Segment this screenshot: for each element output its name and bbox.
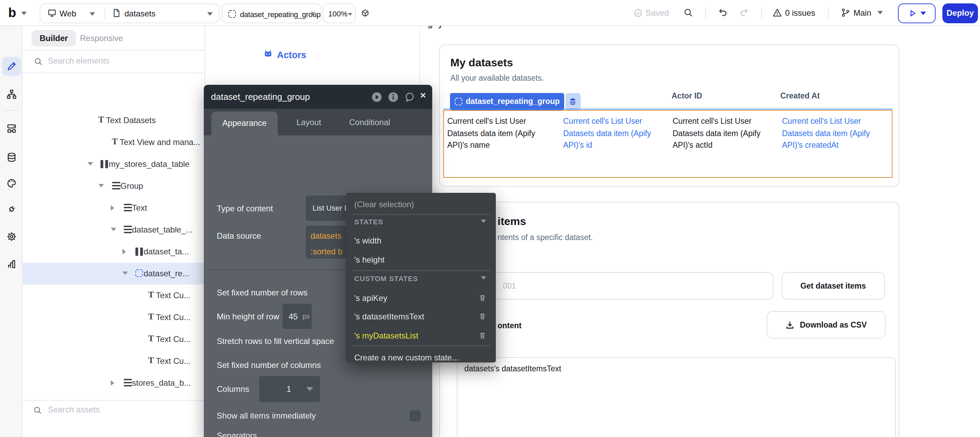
preview-chevron-down-icon xyxy=(920,11,926,15)
branch-name[interactable]: Main xyxy=(853,8,871,18)
tab-close-icon[interactable]: × xyxy=(310,8,316,18)
tree-item[interactable]: T Text Cu... xyxy=(22,284,204,306)
table-cell-actid[interactable]: Current cell's List User Datasets data i… xyxy=(673,116,763,151)
tree-item[interactable]: T Text Cu... xyxy=(22,350,204,372)
components-icon[interactable] xyxy=(6,123,17,134)
table-cell-name[interactable]: Current cell's List User Datasets data i… xyxy=(447,116,551,151)
plugins-plug-icon[interactable] xyxy=(6,204,17,215)
repeating-group-icon xyxy=(455,98,462,105)
top-toolbar: b Web datasets d xyxy=(0,0,980,26)
trash-icon[interactable] xyxy=(478,331,487,340)
element-search-bar xyxy=(22,51,204,73)
nav-actors-label: Actors xyxy=(277,50,306,60)
saved-status: Saved xyxy=(646,8,669,18)
undo-icon[interactable] xyxy=(718,8,728,18)
columns-label: Columns xyxy=(217,385,249,394)
component-cube-icon[interactable] xyxy=(360,8,370,18)
menu-item-create-custom-state[interactable]: Create a new custom state... xyxy=(346,348,495,366)
inspector-title: dataset_repeating_group xyxy=(211,91,310,102)
repeating-group-icon xyxy=(228,10,236,17)
menu-item-width[interactable]: 's width xyxy=(346,232,495,249)
tab-responsive[interactable]: Responsive xyxy=(80,33,123,43)
database-icon[interactable] xyxy=(6,152,17,163)
bubble-logo[interactable]: b xyxy=(8,5,16,21)
preview-button[interactable] xyxy=(898,3,935,23)
caret-down-icon[interactable] xyxy=(98,184,103,187)
issues-count[interactable]: 0 issues xyxy=(785,8,815,18)
tree-item[interactable]: T Text Datasets xyxy=(22,109,204,131)
redo-icon[interactable] xyxy=(739,8,749,18)
tree-item-label: Text Datasets xyxy=(106,115,156,125)
settings-gear-icon[interactable] xyxy=(6,231,17,242)
search-icon[interactable] xyxy=(683,8,694,18)
mode-select[interactable]: Web xyxy=(40,3,105,23)
data-source-badge[interactable] xyxy=(565,93,581,110)
inspector-title-bar[interactable]: dataset_repeating_group × xyxy=(204,84,432,109)
menu-item-clear-selection[interactable]: (Clear selection) xyxy=(346,195,495,213)
branch-chevron-down-icon[interactable] xyxy=(877,11,883,14)
menu-item-apikey[interactable]: 's apiKey xyxy=(346,289,495,307)
tree-item[interactable]: Group xyxy=(22,175,204,197)
deploy-button[interactable]: Deploy xyxy=(942,3,978,23)
asset-search-bar xyxy=(22,400,204,437)
states-collapse-icon[interactable] xyxy=(480,219,486,222)
mode-select-label: Web xyxy=(59,8,76,18)
dataset-id-input[interactable] xyxy=(459,272,773,300)
caret-right-icon[interactable] xyxy=(123,249,126,254)
search-icon xyxy=(32,405,42,415)
logo-chevron-down-icon[interactable] xyxy=(21,12,27,15)
tree-item-label: Text Cu... xyxy=(156,312,191,322)
caret-right-icon[interactable] xyxy=(111,380,114,385)
workflow-sitemap-icon[interactable] xyxy=(6,89,17,100)
tab-layout[interactable]: Layout xyxy=(296,118,321,127)
download-csv-button[interactable]: Download as CSV xyxy=(766,311,885,338)
columns-select[interactable]: 1 xyxy=(259,376,320,402)
styles-palette-icon[interactable] xyxy=(6,178,17,189)
table-cell-id[interactable]: Current cell's List User Datasets data i… xyxy=(563,116,654,151)
menu-item-height[interactable]: 's height xyxy=(346,251,495,269)
info-icon[interactable] xyxy=(387,91,398,102)
content-label-fragment: ontent xyxy=(498,321,522,330)
comment-icon[interactable] xyxy=(404,91,415,102)
search-elements-input[interactable] xyxy=(48,56,185,66)
element-tab[interactable]: dataset_repeating_group × xyxy=(221,3,321,23)
expression-line2[interactable]: :sorted b xyxy=(310,246,342,256)
tree-item[interactable]: T Text View and mana... xyxy=(22,131,204,153)
run-play-icon[interactable] xyxy=(371,91,382,102)
bubble-editor: b Web datasets d xyxy=(0,0,980,437)
design-pencil-icon[interactable] xyxy=(6,61,17,72)
tab-conditional[interactable]: Conditional xyxy=(349,118,390,127)
expression-prefix[interactable]: datasets xyxy=(310,231,342,241)
monitor-icon xyxy=(47,8,57,17)
trash-icon[interactable] xyxy=(478,293,487,302)
caret-down-icon[interactable] xyxy=(123,271,128,275)
get-dataset-items-button[interactable]: Get dataset items xyxy=(781,272,885,300)
zoom-select[interactable]: 100% xyxy=(323,3,356,23)
tree-item[interactable]: T Text Cu... xyxy=(22,306,204,328)
search-assets-input[interactable] xyxy=(48,405,185,415)
custom-states-collapse-icon[interactable] xyxy=(480,276,486,280)
tree-item[interactable]: dataset_table_... xyxy=(22,218,204,240)
caret-right-icon[interactable] xyxy=(111,205,114,210)
tree-item[interactable]: Text xyxy=(22,197,204,218)
tree-item[interactable]: dataset_ta... xyxy=(22,240,204,262)
tree-item[interactable]: my_stores_data_table xyxy=(22,153,204,175)
trash-icon[interactable] xyxy=(478,312,487,321)
page-select[interactable]: datasets xyxy=(105,3,220,23)
table-cell-createdat[interactable]: Current cell's List User Datasets data i… xyxy=(782,116,888,151)
selected-element-chip[interactable]: dataset_repeating_group xyxy=(450,93,565,110)
builder-panel: Builder Responsive T Text Datasets T Tex… xyxy=(22,26,205,437)
menu-item-dataset-items-text[interactable]: 's datasetItemsText xyxy=(346,308,495,326)
logs-chart-icon[interactable] xyxy=(6,259,17,269)
tree-item[interactable]: stores_data_b... xyxy=(22,372,204,394)
tab-builder[interactable]: Builder xyxy=(32,30,76,46)
tree-item[interactable]: T Text Cu... xyxy=(22,328,204,350)
min-height-input[interactable]: 45 px xyxy=(282,304,312,329)
caret-down-icon[interactable] xyxy=(111,227,116,231)
menu-item-my-datasets-list[interactable]: 's myDatasetsList xyxy=(346,327,495,344)
close-icon[interactable]: × xyxy=(420,89,426,100)
caret-down-icon[interactable] xyxy=(88,162,93,165)
tree-item-selected[interactable]: dataset_re... xyxy=(22,262,204,284)
show-all-checkbox[interactable] xyxy=(409,410,420,421)
tab-appearance[interactable]: Appearance xyxy=(211,111,278,135)
